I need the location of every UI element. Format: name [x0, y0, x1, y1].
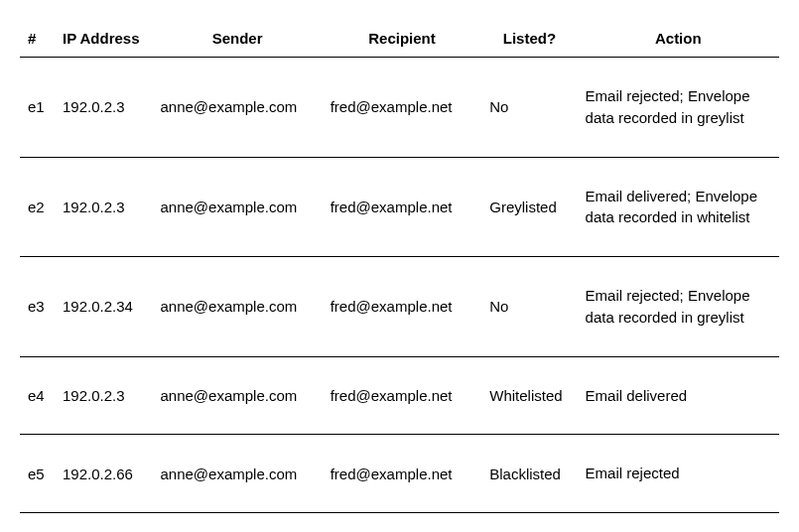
cell-num: e5	[20, 435, 55, 513]
header-sender: Sender	[152, 20, 322, 58]
table-row: e5 192.0.2.66 anne@example.com fred@exam…	[20, 435, 779, 513]
cell-ip: 192.0.2.66	[55, 435, 152, 513]
cell-sender: anne@example.com	[152, 435, 322, 513]
header-num: #	[20, 20, 55, 58]
table-body: e1 192.0.2.3 anne@example.com fred@examp…	[20, 58, 779, 513]
cell-recipient: fred@example.net	[323, 356, 482, 435]
cell-num: e1	[20, 58, 55, 158]
cell-ip: 192.0.2.34	[55, 257, 152, 357]
cell-num: e4	[20, 356, 55, 435]
cell-listed: No	[481, 58, 577, 158]
cell-action: Email delivered; Envelope data recorded …	[578, 157, 779, 257]
cell-recipient: fred@example.net	[323, 58, 482, 158]
cell-recipient: fred@example.net	[323, 257, 482, 357]
cell-sender: anne@example.com	[152, 157, 322, 257]
table-row: e4 192.0.2.3 anne@example.com fred@examp…	[20, 356, 779, 435]
cell-sender: anne@example.com	[152, 356, 322, 435]
cell-sender: anne@example.com	[152, 58, 322, 158]
cell-action: Email rejected; Envelope data recorded i…	[578, 58, 779, 158]
cell-action: Email rejected	[578, 435, 779, 513]
cell-num: e3	[20, 257, 55, 357]
header-recipient: Recipient	[323, 20, 482, 58]
cell-listed: Whitelisted	[481, 356, 577, 435]
cell-num: e2	[20, 157, 55, 257]
cell-ip: 192.0.2.3	[55, 58, 152, 158]
table-header-row: # IP Address Sender Recipient Listed? Ac…	[20, 20, 779, 58]
cell-action: Email delivered	[578, 356, 779, 435]
header-ip: IP Address	[55, 20, 152, 58]
cell-action: Email rejected; Envelope data recorded i…	[578, 257, 779, 357]
table-row: e2 192.0.2.3 anne@example.com fred@examp…	[20, 157, 779, 257]
cell-listed: Blacklisted	[481, 435, 577, 513]
greylist-table: # IP Address Sender Recipient Listed? Ac…	[20, 20, 779, 513]
cell-sender: anne@example.com	[152, 257, 322, 357]
cell-listed: No	[481, 257, 577, 357]
header-action: Action	[578, 20, 779, 58]
cell-recipient: fred@example.net	[323, 435, 482, 513]
cell-ip: 192.0.2.3	[55, 157, 152, 257]
cell-recipient: fred@example.net	[323, 157, 482, 257]
table-row: e1 192.0.2.3 anne@example.com fred@examp…	[20, 58, 779, 158]
header-listed: Listed?	[481, 20, 577, 58]
cell-ip: 192.0.2.3	[55, 356, 152, 435]
cell-listed: Greylisted	[481, 157, 577, 257]
table-row: e3 192.0.2.34 anne@example.com fred@exam…	[20, 257, 779, 357]
